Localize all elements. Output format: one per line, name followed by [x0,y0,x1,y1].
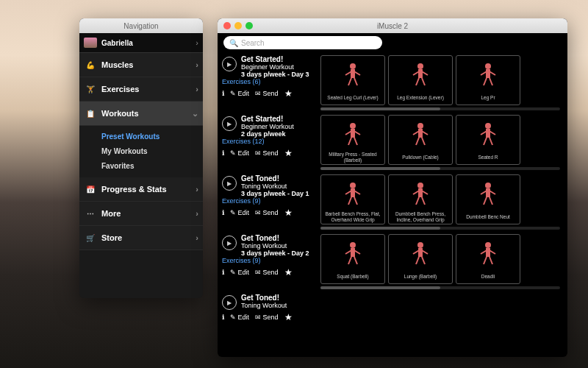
workout-exercises-link[interactable]: Exercises (12) [222,138,320,145]
exercise-card[interactable]: Dumbbell Bench Press, Incline, Overhand … [388,174,453,224]
send-button[interactable]: ✉ Send [255,149,279,157]
workout-subtitle: Toning Workout [222,302,320,309]
exercise-name: Dumbbell Bench Press, Incline, Overhand … [389,210,452,224]
scrollbar-thumb[interactable] [320,227,440,230]
favorite-button[interactable]: ★ [284,267,293,277]
exercise-scrollbar[interactable] [320,107,560,110]
minimize-icon[interactable] [234,22,242,29]
nav-label: Muscles [101,60,196,69]
play-button[interactable]: ▶ [222,236,237,250]
svg-rect-43 [418,188,423,197]
exercise-strip[interactable]: Barbell Bench Press, Flat, Overhand Wide… [320,174,560,224]
svg-rect-37 [351,188,355,197]
exercise-scrollbar[interactable] [320,227,560,230]
send-button[interactable]: ✉ Send [255,314,279,321]
edit-button[interactable]: ✎ Edit [230,269,249,276]
exercise-card[interactable]: Military Press - Seated (Barbell) [320,115,385,165]
svg-line-4 [348,78,351,85]
svg-line-34 [484,138,487,145]
exercise-card[interactable]: Squat (Barbell) [320,234,385,284]
play-button[interactable]: ▶ [222,176,237,191]
svg-rect-13 [486,69,490,78]
workout-title: Get Started! [222,115,320,123]
profile-row[interactable]: Gabriella › [79,33,203,53]
send-button[interactable]: ✉ Send [255,209,279,216]
sub-preset-workouts[interactable]: Preset Workouts [101,129,203,144]
exercise-scrollbar[interactable] [320,167,560,170]
exercise-card[interactable]: Seated R [456,115,520,165]
exercise-card[interactable]: Leg Extension (Lever) [388,55,453,105]
exercise-card[interactable]: Lunge (Barbell) [388,234,453,284]
sub-favorites[interactable]: Favorites [101,158,203,173]
chevron-right-icon: › [196,38,198,47]
send-button[interactable]: ✉ Send [255,90,279,97]
info-button[interactable]: ℹ [222,314,224,321]
sub-my-workouts[interactable]: My Workouts [101,144,203,158]
close-icon[interactable] [223,22,231,29]
nav-titlebar[interactable]: Navigation [79,18,203,33]
workout-exercises-link[interactable]: Exercises (9) [222,257,320,264]
svg-line-41 [354,197,357,205]
edit-button[interactable]: ✎ Edit [230,314,249,321]
workout-schedule: 3 days p/week - Day 2 [222,250,320,257]
workout-title: Get Toned! [222,234,320,242]
edit-button[interactable]: ✎ Edit [230,149,249,157]
svg-line-71 [490,257,492,264]
maximize-icon[interactable] [245,22,253,29]
info-button[interactable]: ℹ [222,149,224,157]
edit-button[interactable]: ✎ Edit [230,209,249,216]
nav-item-workouts[interactable]: 📋 Workouts ⌄ [79,102,203,126]
svg-rect-1 [351,69,355,78]
workout-list[interactable]: ▶Get Started!Beginner Workout3 days p/we… [218,52,567,357]
exercise-card[interactable]: Dumbbell Benc Neut [456,174,520,224]
exercise-strip[interactable]: Seated Leg Curl (Lever)Leg Extension (Le… [320,55,560,105]
nav-label: More [101,209,196,218]
nav-item-more[interactable]: ⋯ More › [79,202,203,226]
exercise-strip[interactable]: Squat (Barbell)Lunge (Barbell)Deadli [320,234,560,284]
svg-rect-7 [418,69,423,78]
workout-subtitle: Beginner Workout [222,123,320,130]
exercise-figure [321,235,384,270]
svg-line-53 [490,197,492,205]
favorite-button[interactable]: ★ [284,208,293,218]
favorite-button[interactable]: ★ [284,88,293,99]
play-button[interactable]: ▶ [222,295,237,310]
exercise-card[interactable]: Leg Pr [456,55,520,105]
info-button[interactable]: ℹ [222,90,224,97]
svg-rect-25 [418,129,423,138]
exercise-name: Leg Extension (Lever) [395,91,445,105]
scrollbar-thumb[interactable] [320,286,440,289]
scrollbar-thumb[interactable] [320,107,440,110]
svg-point-36 [350,183,356,188]
svg-line-16 [484,78,487,85]
exercise-scrollbar[interactable] [320,286,560,289]
send-button[interactable]: ✉ Send [255,269,279,276]
info-button[interactable]: ℹ [222,209,224,216]
workout-exercises-link[interactable]: Exercises (6) [222,78,320,85]
exercise-name: Seated Leg Curl (Lever) [326,91,379,105]
main-titlebar[interactable]: iMuscle 2 [218,18,567,33]
edit-button[interactable]: ✎ Edit [230,90,249,97]
workout-exercises-link[interactable]: Exercises (9) [222,197,320,205]
exercise-strip[interactable]: Military Press - Seated (Barbell)Pulldow… [320,115,560,165]
nav-item-exercises[interactable]: 🏋 Exercises › [79,77,203,102]
chevron-right-icon: › [196,85,198,93]
scrollbar-thumb[interactable] [320,167,440,170]
nav-item-store[interactable]: 🛒 Store › [79,226,203,250]
search-input[interactable]: 🔍 Search [223,36,382,49]
nav-label: Store [101,233,196,242]
exercise-card[interactable]: Deadli [456,234,520,284]
svg-line-47 [422,197,425,205]
exercise-figure [389,235,452,270]
play-button[interactable]: ▶ [222,57,237,71]
play-button[interactable]: ▶ [222,116,237,131]
info-button[interactable]: ℹ [222,269,224,276]
favorite-button[interactable]: ★ [284,148,293,158]
svg-line-28 [416,138,419,145]
exercise-card[interactable]: Barbell Bench Press, Flat, Overhand Wide… [320,174,385,224]
favorite-button[interactable]: ★ [284,312,293,322]
exercise-card[interactable]: Pulldown (Cable) [388,115,453,165]
exercise-card[interactable]: Seated Leg Curl (Lever) [320,55,385,105]
nav-item-muscles[interactable]: 💪 Muscles › [79,53,203,77]
nav-item-progress[interactable]: 📅 Progress & Stats › [79,177,203,202]
